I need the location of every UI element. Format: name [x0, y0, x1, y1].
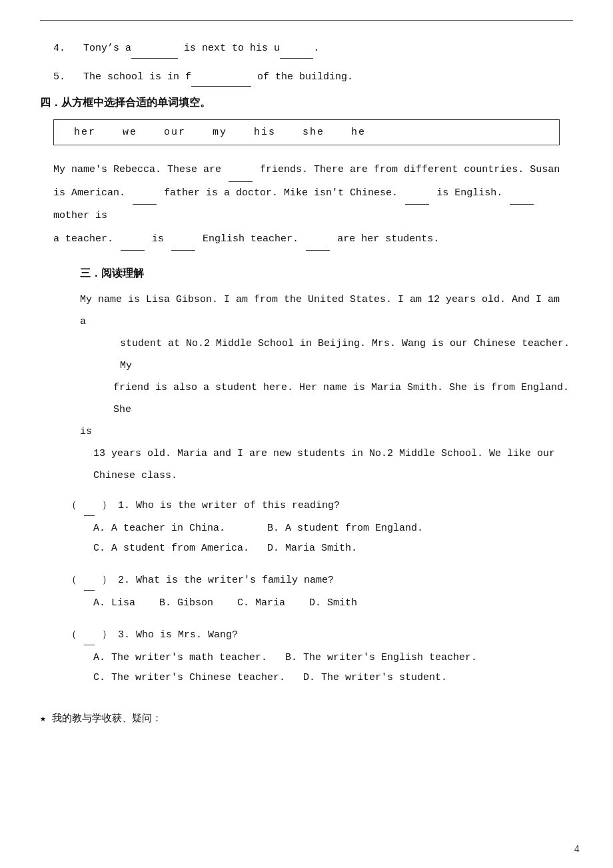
q2-number: 2. What is the writer's family name? [118, 575, 334, 586]
fill-blank-1[interactable] [229, 171, 253, 182]
para-line1b: friends. There are from different countr… [260, 164, 560, 175]
exercise-5-label: 5. [53, 71, 65, 83]
fill-blank-4[interactable] [510, 194, 534, 205]
para-line3b: is [152, 233, 164, 245]
word-we: we [123, 127, 137, 138]
q2-answer-blank[interactable] [84, 580, 95, 591]
top-divider [40, 20, 573, 21]
question-3-line: （ ） 3. Who is Mrs. Wang? [67, 625, 573, 645]
reading-section: 三．阅读理解 My name is Lisa Gibson. I am from… [40, 267, 573, 688]
para-line2b: father is a doctor. Mike isn't Chinese. [164, 187, 398, 199]
q3-number: 3. Who is Mrs. Wang? [118, 629, 238, 641]
q1-number: 1. Who is the writer of this reading? [118, 500, 340, 511]
word-she: she [303, 127, 324, 138]
exercise-4-period: . [313, 43, 319, 54]
para-line3c: English teacher. [203, 233, 299, 245]
q1-options-cd: C. A student from America. D. Maria Smit… [93, 539, 573, 559]
para-line2a: is American. [53, 187, 125, 199]
exercise-5-text2: of the building. [257, 71, 353, 83]
fill-blank-7[interactable] [306, 240, 330, 251]
reading-text-7: Chinese class. [93, 465, 177, 487]
para-line1a: My name's Rebecca. These are [53, 164, 221, 175]
exercise-4-blank1[interactable] [131, 48, 178, 59]
word-her: her [74, 127, 96, 138]
q2-optC: C. Maria [237, 597, 285, 609]
question-2-line: （ ） 2. What is the writer's family name? [67, 571, 573, 591]
q3-optB: B. The writer's English teacher. [285, 652, 477, 663]
q3-open-paren: （ [67, 629, 77, 641]
fill-blank-2[interactable] [133, 194, 157, 205]
q3-options-cd: C. The writer's Chinese teacher. D. The … [93, 668, 573, 688]
q2-open-paren: （ [67, 575, 77, 586]
para-line2d: mother is [53, 210, 107, 221]
q3-close-paren: ） [102, 629, 112, 641]
q2-optD: D. Smith [309, 597, 357, 609]
section4-title: 四．从方框中选择合适的单词填空。 [40, 96, 573, 110]
reading-text-3: student at No.2 Middle School in Beijing… [120, 333, 573, 377]
q3-optD: D. The writer's student. [303, 672, 447, 683]
q1-optA: A. A teacher in China. [93, 523, 225, 534]
question-1-line: （ ） 1. Who is the writer of this reading… [67, 496, 573, 516]
exercise-5-blank[interactable] [191, 76, 251, 87]
word-box: her we our my his she he [53, 119, 560, 145]
word-our: our [164, 127, 186, 138]
fill-blank-6[interactable] [171, 240, 195, 251]
reading-text-1: My name is Lisa Gibson. I am from the Un… [80, 294, 560, 305]
fill-blank-5[interactable] [121, 240, 145, 251]
q1-answer-blank[interactable] [84, 505, 95, 516]
q3-optA: A. The writer's math teacher. [93, 652, 267, 663]
question-1-block: （ ） 1. Who is the writer of this reading… [67, 496, 573, 559]
q2-options: A. Lisa B. Gibson C. Maria D. Smith [93, 593, 573, 613]
reading-text-6: 13 years old. Maria and I are new studen… [93, 443, 555, 465]
exercise-4: 4. Tony’s a is next to his u. [53, 39, 573, 59]
exercise-4-label: 4. [53, 43, 65, 54]
exercise-5: 5. The school is in f of the building. [53, 68, 573, 87]
word-box-words: her we our my his she he [74, 127, 539, 138]
q1-options-ab: A. A teacher in China. B. A student from… [93, 519, 573, 539]
q2-optB: B. Gibson [159, 597, 213, 609]
q1-optC: C. A student from America. [93, 543, 249, 554]
footer-text: 我的教与学收获、疑问： [52, 713, 162, 725]
q1-open-paren: （ [67, 500, 77, 511]
q3-answer-blank[interactable] [84, 635, 95, 645]
reading-text-5: is [80, 426, 92, 437]
questions-block: （ ） 1. Who is the writer of this reading… [67, 496, 573, 688]
q1-optB: B. A student from England. [267, 523, 423, 534]
question-3-block: （ ） 3. Who is Mrs. Wang? A. The writer's… [67, 625, 573, 688]
para-line2c: is English. [436, 187, 502, 199]
word-my: my [213, 127, 227, 138]
footer-line: ★ 我的教与学收获、疑问： [40, 712, 573, 725]
reading-title: 三．阅读理解 [80, 267, 573, 281]
footer-star: ★ [40, 713, 46, 725]
exercise-4-apos: ’ [107, 43, 113, 54]
q2-close-paren: ） [102, 575, 112, 586]
para-line3d: are her students. [337, 233, 439, 245]
footer-section: ★ 我的教与学收获、疑问： [40, 712, 573, 725]
exercise-4-tony: Tony [83, 43, 107, 54]
reading-paragraph: My name is Lisa Gibson. I am from the Un… [80, 289, 573, 487]
q3-optC: C. The writer's Chinese teacher. [93, 672, 285, 683]
word-he: he [351, 127, 366, 138]
fill-blank-3[interactable] [405, 194, 429, 205]
question-2-block: （ ） 2. What is the writer's family name?… [67, 571, 573, 613]
exercise-5-text1: The school is in f [83, 71, 191, 83]
reading-text-4: friend is also a student here. Her name … [113, 377, 573, 421]
exercise-4-sa: s a [113, 43, 131, 54]
q1-close-paren: ） [102, 500, 112, 511]
page-number: 4 [574, 844, 580, 855]
fill-paragraph: My name's Rebecca. These are friends. Th… [53, 159, 573, 251]
exercise-4-blank2[interactable] [280, 48, 313, 59]
page: 4. Tony’s a is next to his u. 5. The sch… [0, 0, 613, 868]
word-his: his [254, 127, 276, 138]
reading-text-2: a [80, 316, 86, 327]
exercise-4-text3: is next to his u [184, 43, 280, 54]
q2-optA: A. Lisa [93, 597, 135, 609]
para-line3a: a teacher. [53, 233, 113, 245]
q1-optD: D. Maria Smith. [267, 543, 357, 554]
q3-options-ab: A. The writer's math teacher. B. The wri… [93, 648, 573, 668]
